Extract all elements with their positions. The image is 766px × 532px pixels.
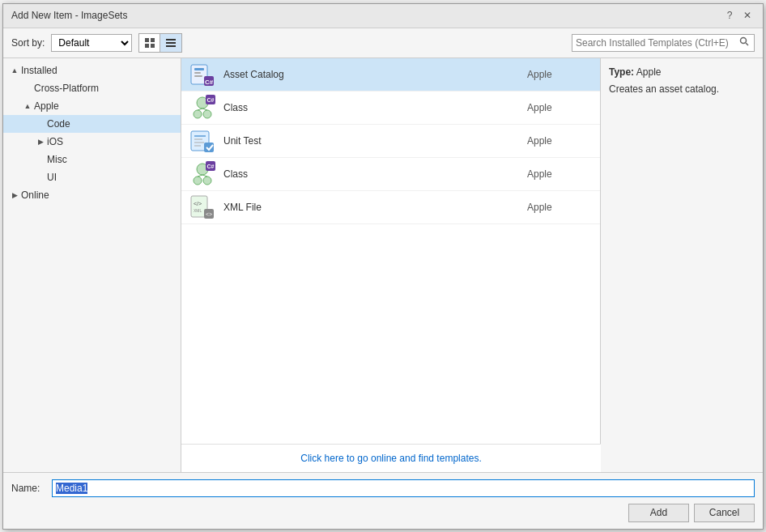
svg-rect-10: [194, 68, 204, 70]
template-item-asset-catalog[interactable]: C# Asset Catalog Apple: [181, 58, 600, 92]
svg-text:C#: C#: [207, 97, 215, 103]
template-category: Apple: [527, 102, 592, 113]
svg-rect-4: [166, 39, 176, 40]
online-link[interactable]: Click here to go online and find templat…: [300, 453, 481, 464]
search-box[interactable]: [572, 34, 755, 52]
svg-line-19: [202, 109, 207, 110]
help-button[interactable]: ?: [722, 8, 737, 23]
search-input[interactable]: [576, 37, 738, 49]
grid-view-button[interactable]: [139, 34, 160, 52]
svg-point-30: [203, 177, 211, 185]
template-name: Asset Catalog: [223, 69, 527, 80]
arrow-installed: ▲: [10, 66, 19, 75]
template-category: Apple: [527, 69, 592, 80]
svg-line-32: [202, 175, 207, 177]
template-name: Class: [223, 168, 527, 180]
svg-line-31: [198, 175, 202, 177]
list-view-button[interactable]: [160, 34, 181, 52]
sidebar-item-online[interactable]: ▶ Online: [3, 186, 181, 204]
arrow-ios: ▶: [36, 137, 45, 147]
svg-rect-1: [151, 38, 155, 42]
template-category: Apple: [527, 168, 592, 180]
sidebar-item-misc[interactable]: Misc: [3, 151, 181, 168]
sidebar-item-label: Cross-Platform: [34, 83, 99, 94]
template-icon-class2: C#: [189, 161, 215, 187]
title-controls: ? ✕: [722, 8, 755, 23]
svg-rect-5: [166, 42, 176, 44]
info-panel: Type: Apple Creates an asset catalog.: [601, 58, 763, 472]
template-item-xml-file[interactable]: </> XML <> XML File Apple: [181, 191, 600, 224]
svg-point-16: [194, 110, 202, 118]
info-type: Type: Apple: [609, 66, 755, 78]
button-row: Add Cancel: [11, 504, 755, 522]
svg-point-17: [203, 110, 211, 118]
svg-text:C#: C#: [207, 164, 215, 169]
sidebar-item-apple[interactable]: ▲ Apple: [3, 97, 181, 115]
sidebar-item-label: UI: [47, 172, 57, 183]
svg-rect-0: [145, 38, 149, 42]
svg-rect-12: [194, 75, 202, 77]
template-item-unit-test[interactable]: Unit Test Apple: [181, 125, 600, 158]
add-button[interactable]: Add: [628, 504, 689, 522]
sidebar-item-ui[interactable]: UI: [3, 168, 181, 186]
svg-text:<>: <>: [206, 211, 212, 217]
template-item-class1[interactable]: C# Class Apple: [181, 92, 600, 125]
template-name: XML File: [223, 202, 527, 213]
sidebar-tree: ▲ Installed Cross-Platform ▲ Apple Code: [3, 58, 181, 472]
sidebar-item-label: Apple: [34, 100, 59, 112]
add-new-item-dialog: Add New Item - ImageSets ? ✕ Sort by: De…: [2, 3, 764, 530]
sidebar-item-label: Misc: [47, 154, 67, 165]
name-input[interactable]: [52, 479, 755, 497]
arrow-code: [36, 119, 45, 129]
svg-rect-6: [166, 45, 176, 47]
svg-text:C#: C#: [205, 79, 214, 86]
svg-point-29: [194, 177, 202, 185]
dialog-title: Add New Item - ImageSets: [11, 10, 127, 21]
svg-rect-3: [151, 44, 155, 48]
name-row: Name:: [11, 479, 755, 497]
svg-text:</>: </>: [194, 201, 202, 206]
template-icon-xml-file: </> XML <>: [189, 194, 215, 220]
svg-line-8: [746, 43, 748, 45]
sort-select[interactable]: Default: [51, 34, 132, 52]
dialog-body: Sort by: Default: [3, 28, 763, 529]
sidebar-item-code[interactable]: Code: [3, 115, 181, 133]
search-icon-button[interactable]: [738, 36, 751, 49]
template-category: Apple: [527, 135, 592, 147]
template-icon-class1: C#: [189, 95, 215, 121]
info-type-value: Apple: [636, 66, 662, 78]
arrow-ui: [36, 172, 45, 182]
view-toggle: [138, 33, 182, 53]
sidebar-item-ios[interactable]: ▶ iOS: [3, 133, 181, 151]
svg-rect-11: [194, 72, 201, 74]
name-label: Name:: [11, 483, 52, 494]
svg-rect-2: [145, 44, 149, 48]
svg-line-18: [198, 109, 202, 110]
template-item-class2[interactable]: C# Class Apple: [181, 158, 600, 191]
info-description: Creates an asset catalog.: [609, 83, 755, 96]
arrow-online: ▶: [10, 190, 19, 200]
info-type-label: Type:: [609, 66, 634, 78]
sidebar-item-label: iOS: [47, 136, 63, 147]
toolbar: Sort by: Default: [3, 28, 763, 58]
close-button[interactable]: ✕: [740, 8, 755, 23]
title-bar: Add New Item - ImageSets ? ✕: [3, 4, 763, 28]
sidebar-item-label: Code: [47, 118, 70, 130]
template-category: Apple: [527, 202, 592, 213]
sidebar-item-cross-platform[interactable]: Cross-Platform: [3, 79, 181, 97]
svg-text:XML: XML: [194, 208, 202, 213]
sidebar-item-installed[interactable]: ▲ Installed: [3, 62, 181, 79]
cancel-button[interactable]: Cancel: [694, 504, 755, 522]
bottom-section: Name: Add Cancel: [3, 472, 763, 529]
online-link-footer: Click here to go online and find templat…: [181, 444, 601, 472]
main-content: ▲ Installed Cross-Platform ▲ Apple Code: [3, 58, 763, 472]
arrow-apple: ▲: [23, 101, 32, 111]
sidebar-item-label: Online: [21, 189, 49, 201]
template-list: C# Asset Catalog Apple: [181, 58, 601, 444]
template-icon-unit-test: [189, 128, 215, 154]
template-name: Unit Test: [223, 135, 527, 147]
template-name: Class: [223, 102, 527, 113]
arrow-cross-platform: [23, 83, 32, 93]
arrow-misc: [36, 155, 45, 164]
sort-label: Sort by:: [11, 37, 45, 49]
